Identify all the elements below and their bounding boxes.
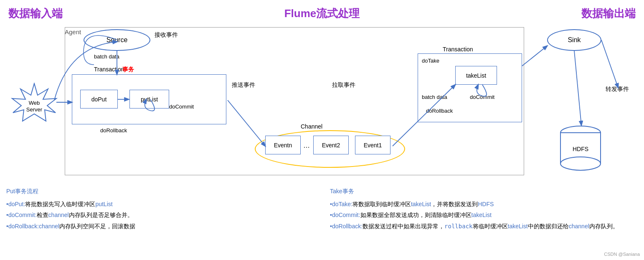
putlist-box: putList (129, 90, 169, 109)
dorollback-right: doRollback (426, 108, 453, 114)
dotake-label: doTake (422, 58, 439, 64)
bottom-left: Put事务流程 •doPut:将批数据先写入临时缓冲区putList •doCo… (6, 186, 313, 232)
takelist-box: takeList (455, 66, 497, 85)
title-right: 数据输出端 (581, 6, 636, 21)
batch-data-source: batch data (94, 53, 119, 60)
watermark: CSDN @Saniana (604, 252, 640, 257)
take-item-3: •doRollback:数据发送过程中如果出现异常，rollback将临时缓冲区… (330, 221, 637, 232)
bottom-right: Take事务 •doTake:将数据取到临时缓冲区takeList，并将数据发送… (330, 186, 637, 232)
svg-text:HDFS: HDFS (573, 146, 588, 152)
receive-event-label: 接收事件 (155, 31, 178, 39)
take-title: Take事务 (330, 186, 637, 197)
put-item-2: •doCommit:检查channel内存队列是否足够合并。 (6, 210, 313, 221)
push-event-label: 推送事件 (232, 81, 255, 89)
dots-label: … (303, 142, 310, 149)
take-item-2: •doCommit:如果数据全部发送成功，则清除临时缓冲区takeList (330, 210, 637, 221)
svg-text:Server: Server (26, 106, 43, 113)
docommit-right: doCommit (470, 94, 494, 100)
hdfs-cylinder: HDFS (560, 125, 601, 171)
event2-box: Event2 (313, 136, 349, 154)
main-container: 数据输入端 Flume流式处理 数据输出端 Agent Source 接收事件 … (0, 0, 644, 260)
transaction-label-right: Transaction (443, 46, 473, 53)
take-item-1: •doTake:将数据取到临时缓冲区takeList，并将数据发送到HDFS (330, 199, 637, 210)
channel-label: Channel (301, 123, 322, 130)
source-label: Source (106, 36, 128, 44)
pull-event-label: 拉取事件 (332, 81, 355, 89)
shiwu-label: 事务 (122, 66, 134, 73)
eventn-box: Eventn (265, 136, 301, 154)
dorollback-left: doRollback (100, 127, 127, 134)
batch-data-right: batch data (422, 94, 447, 100)
sink-ellipse: Sink (547, 29, 601, 51)
put-item-1: •doPut:将批数据先写入临时缓冲区putList (6, 199, 313, 210)
sink-label: Sink (568, 36, 581, 44)
doput-box: doPut (80, 90, 118, 109)
transaction-label-left: Transaction (94, 66, 124, 73)
bottom-section: Put事务流程 •doPut:将批数据先写入临时缓冲区putList •doCo… (6, 186, 637, 232)
webserver-starburst: Web Server (10, 83, 58, 122)
title-center: Flume流式处理 (284, 6, 360, 21)
event1-box: Event1 (355, 136, 390, 154)
put-item-3: •doRollback:channel内存队列空间不足，回滚数据 (6, 221, 313, 232)
source-ellipse: Source (84, 29, 150, 51)
svg-text:Web: Web (29, 100, 40, 106)
diagram-area: 数据输入端 Flume流式处理 数据输出端 Agent Source 接收事件 … (4, 4, 640, 184)
agent-label: Agent (65, 28, 81, 35)
put-title: Put事务流程 (6, 186, 313, 197)
forward-event: 转发事件 (606, 86, 629, 93)
title-left: 数据输入端 (8, 6, 63, 21)
svg-point-5 (560, 157, 601, 170)
docommit-left: doCommit (169, 103, 194, 110)
